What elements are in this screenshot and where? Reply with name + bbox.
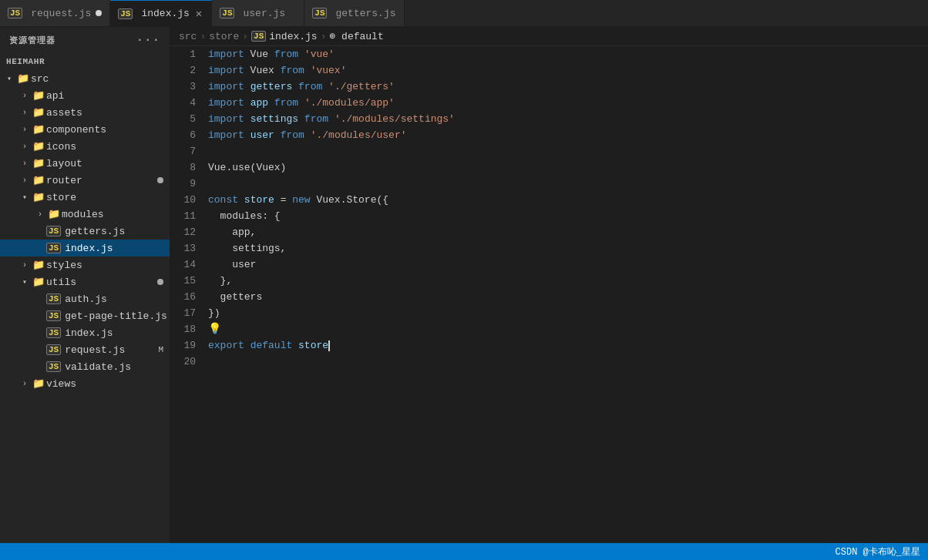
sidebar-root: HEIMAHR — [0, 53, 170, 70]
sidebar-item-validate-js[interactable]: › JS validate.js — [0, 358, 170, 375]
chevron-down-icon: ▾ — [3, 74, 15, 83]
sidebar-item-assets[interactable]: › 📁 assets — [0, 104, 170, 121]
tabs-bar: JS request.js JS index.js ✕ JS user.js J… — [0, 0, 928, 27]
sidebar-item-label: utils — [46, 277, 157, 288]
sidebar-item-label: validate.js — [65, 361, 170, 373]
chevron-right-icon: › — [18, 92, 31, 100]
sidebar-item-label: src — [31, 73, 170, 85]
sidebar-item-styles[interactable]: › 📁 styles — [0, 257, 170, 273]
modified-badge — [157, 279, 163, 285]
text-cursor — [328, 340, 330, 351]
tab-modified-indicator — [96, 10, 102, 16]
code-line: app, — [208, 224, 913, 240]
folder-icon: 📁 — [31, 123, 46, 136]
sidebar-item-icons[interactable]: › 📁 icons — [0, 138, 170, 155]
sidebar-options-icon[interactable]: ··· — [136, 33, 160, 47]
sidebar-item-getters-js[interactable]: › JS getters.js — [0, 223, 170, 240]
chevron-right-icon: › — [18, 143, 31, 151]
editor-area[interactable]: 12345 678910 1112131415 1617181920 impor… — [170, 46, 928, 543]
breadcrumb-src: src — [179, 31, 197, 42]
main-layout: 资源管理器 ··· HEIMAHR ▾ 📁 src › 📁 api › 📁 as… — [0, 27, 928, 543]
chevron-right-icon: › — [34, 210, 46, 219]
sidebar-item-src[interactable]: ▾ 📁 src — [0, 70, 170, 87]
js-file-icon: JS — [46, 361, 61, 372]
folder-icon: 📁 — [31, 377, 46, 390]
code-line — [208, 354, 913, 370]
tab-label: getters.js — [335, 8, 395, 19]
chevron-down-icon: ▾ — [18, 193, 31, 202]
sidebar-item-index-js[interactable]: › JS index.js — [0, 240, 170, 257]
sidebar-item-label: layout — [46, 158, 170, 169]
folder-icon: 📁 — [31, 191, 46, 203]
code-line: import app from './modules/app' — [208, 95, 913, 111]
editor-panel: src › store › JS index.js › ⊕ default 12… — [170, 27, 928, 543]
breadcrumb-store: store — [209, 31, 239, 42]
code-line — [208, 143, 913, 159]
js-file-icon: JS — [46, 310, 61, 321]
tab-user-js[interactable]: JS user.js — [212, 0, 304, 26]
folder-icon: 📁 — [31, 157, 46, 169]
sidebar-item-label: styles — [46, 260, 170, 271]
sidebar-item-api[interactable]: › 📁 api — [0, 87, 170, 104]
code-container: 12345 678910 1112131415 1617181920 impor… — [170, 46, 928, 370]
chevron-right-icon: › — [18, 159, 31, 168]
sidebar-title: 资源管理器 — [9, 35, 55, 46]
sidebar-item-utils[interactable]: ▾ 📁 utils — [0, 273, 170, 290]
sidebar-item-components[interactable]: › 📁 components — [0, 121, 170, 138]
sidebar-item-label: auth.js — [65, 293, 170, 305]
line-numbers: 12345 678910 1112131415 1617181920 — [170, 46, 208, 370]
folder-icon: 📁 — [31, 174, 46, 186]
sidebar-item-request-js[interactable]: › JS request.js M — [0, 341, 170, 358]
chevron-right-icon: › — [18, 126, 31, 134]
breadcrumb-filename: index.js — [269, 31, 317, 42]
tab-js-icon: JS — [118, 8, 133, 19]
sidebar-header: 资源管理器 ··· — [0, 27, 170, 53]
sidebar-item-get-page-title-js[interactable]: › JS get-page-title.js — [0, 307, 170, 324]
tab-request-js[interactable]: JS request.js — [0, 0, 110, 26]
sidebar-item-label: api — [46, 90, 170, 102]
code-line: }) — [208, 305, 913, 321]
sidebar-item-store[interactable]: ▾ 📁 store — [0, 189, 170, 206]
tab-index-js[interactable]: JS index.js ✕ — [110, 0, 212, 26]
sidebar-item-label: router — [46, 175, 157, 186]
sidebar-item-index-js-utils[interactable]: › JS index.js — [0, 324, 170, 341]
sidebar-item-auth-js[interactable]: › JS auth.js — [0, 290, 170, 307]
sidebar-item-router[interactable]: › 📁 router — [0, 172, 170, 189]
sidebar-item-label: components — [46, 124, 170, 136]
code-line: modules: { — [208, 208, 913, 224]
tab-label: index.js — [141, 8, 189, 19]
tab-label: user.js — [243, 8, 285, 19]
code-line: getters — [208, 289, 913, 305]
code-line: import Vue from 'vue' — [208, 46, 913, 62]
sidebar-item-label: modules — [62, 209, 170, 220]
code-line: const store = new Vuex.Store({ — [208, 192, 913, 208]
js-file-icon: JS — [46, 243, 61, 253]
sidebar-item-label: assets — [46, 107, 170, 119]
js-file-icon: JS — [46, 226, 61, 236]
sidebar-item-views[interactable]: › 📁 views — [0, 375, 170, 392]
code-line: import settings from './modules/settings… — [208, 111, 913, 127]
code-line: import getters from './getters' — [208, 79, 913, 95]
chevron-right-icon: › — [18, 176, 31, 185]
folder-icon: 📁 — [15, 72, 31, 85]
breadcrumb-js-icon: JS — [251, 31, 266, 42]
watermark-text: CSDN @卡布吣_星星 — [836, 545, 920, 558]
code-line: import user from './modules/user' — [208, 127, 913, 143]
sidebar-item-modules[interactable]: › 📁 modules — [0, 206, 170, 223]
sidebar-item-layout[interactable]: › 📁 layout — [0, 155, 170, 172]
code-line: settings, — [208, 240, 913, 257]
code-line — [208, 176, 913, 192]
folder-icon: 📁 — [31, 140, 46, 153]
folder-icon: 📁 — [31, 276, 46, 288]
js-file-icon: JS — [46, 293, 61, 304]
code-line: export default store — [208, 337, 913, 354]
tab-getters-js[interactable]: JS getters.js — [304, 0, 404, 26]
folder-icon: 📁 — [46, 208, 62, 220]
sidebar: 资源管理器 ··· HEIMAHR ▾ 📁 src › 📁 api › 📁 as… — [0, 27, 170, 543]
js-file-icon: JS — [46, 344, 61, 355]
sidebar-item-label: views — [46, 378, 170, 390]
sidebar-item-label: getters.js — [65, 226, 170, 237]
code-line: import Vuex from 'vuex' — [208, 62, 913, 79]
tab-close-button[interactable]: ✕ — [194, 7, 203, 20]
sidebar-item-label: store — [46, 192, 170, 203]
